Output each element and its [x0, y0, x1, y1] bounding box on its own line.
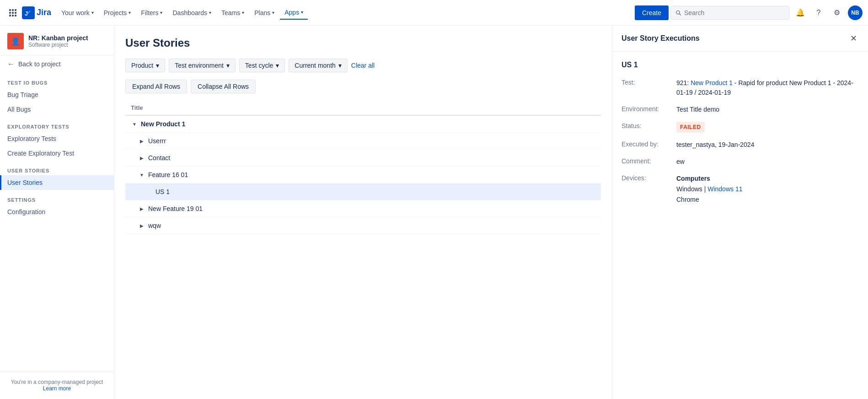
status-badge: FAILED: [676, 122, 705, 133]
sidebar-item-configuration[interactable]: Configuration: [0, 205, 114, 219]
notifications-button[interactable]: 🔔: [793, 5, 808, 20]
clear-all-button[interactable]: Clear all: [351, 62, 375, 69]
tree-row-wqw[interactable]: ▶ wqw: [125, 217, 601, 234]
detail-value-executed-by: tester_nastya, 19-Jan-2024: [676, 140, 859, 150]
svg-rect-8: [15, 15, 16, 16]
nav-teams[interactable]: Teams ▾: [217, 6, 249, 19]
main-layout: 👤 NR: Kanban project Software project ← …: [0, 26, 868, 399]
tree-row-contact[interactable]: ▶ Contact: [125, 150, 601, 166]
logo-text: Jira: [37, 8, 51, 17]
chevron-icon: ▾: [242, 10, 244, 15]
sidebar-item-exploratory-tests[interactable]: Exploratory Tests: [0, 131, 114, 146]
table-row: US 1: [125, 183, 601, 200]
chevron-right-icon: ▶: [138, 137, 145, 145]
nav-apps[interactable]: Apps ▾: [280, 6, 308, 20]
chevron-down-icon: ▼: [138, 171, 145, 178]
table-row: ▶ New Feature 19 01: [125, 200, 601, 217]
detail-label-environment: Environment:: [622, 105, 676, 114]
right-panel-body: US 1 Test: 921: New Product 1 - Rapid fo…: [612, 52, 868, 221]
detail-executed-by: Executed by: tester_nastya, 19-Jan-2024: [622, 140, 859, 150]
chevron-icon: ▾: [209, 10, 211, 15]
tree-row-us-1[interactable]: US 1: [125, 183, 601, 200]
tree-row-new-product-1[interactable]: ▼ New Product 1: [125, 116, 601, 132]
close-button[interactable]: ✕: [848, 33, 859, 44]
table-header-title: Title: [125, 101, 601, 115]
create-button[interactable]: Create: [635, 5, 669, 20]
sidebar-item-create-exploratory-test[interactable]: Create Exploratory Test: [0, 146, 114, 161]
test-link[interactable]: New Product 1: [691, 79, 733, 86]
filter-test-environment[interactable]: Test environment ▾: [169, 59, 236, 72]
detail-comment: Comment: ew: [622, 157, 859, 167]
sidebar-item-user-stories[interactable]: User Stories: [0, 175, 114, 190]
tree-row-new-feature-19-01[interactable]: ▶ New Feature 19 01: [125, 200, 601, 217]
svg-rect-0: [9, 9, 11, 11]
detail-label-comment: Comment:: [622, 157, 676, 167]
svg-rect-1: [12, 9, 14, 11]
jira-logo[interactable]: J Jira: [22, 6, 51, 19]
chevron-icon: ▾: [272, 10, 274, 15]
device-type: Computers: [676, 174, 859, 183]
section-settings: SETTINGS: [0, 190, 114, 205]
collapse-all-button[interactable]: Collapse All Rows: [191, 80, 256, 93]
filter-test-cycle[interactable]: Test cycle ▾: [239, 59, 285, 72]
table-row: ▶ Contact: [125, 150, 601, 167]
help-button[interactable]: ?: [811, 5, 826, 20]
tree-row-userrr[interactable]: ▶ Userrr: [125, 133, 601, 149]
filter-product[interactable]: Product ▾: [125, 59, 165, 72]
detail-status: Status: FAILED: [622, 122, 859, 133]
nav-projects[interactable]: Projects ▾: [99, 6, 136, 19]
svg-rect-2: [15, 9, 16, 11]
sidebar-item-all-bugs[interactable]: All Bugs: [0, 102, 114, 117]
right-panel-header: User Story Executions ✕: [612, 26, 868, 52]
chevron-icon: ▾: [129, 10, 131, 15]
device-browser: Chrome: [676, 195, 859, 205]
chevron-down-icon: ▾: [226, 62, 230, 69]
chevron-right-icon: ▶: [138, 205, 145, 212]
search-box[interactable]: [670, 6, 789, 20]
main-nav: Your work ▾ Projects ▾ Filters ▾ Dashboa…: [57, 6, 633, 20]
table-row: ▶ Userrr: [125, 133, 601, 150]
filters-row: Product ▾ Test environment ▾ Test cycle …: [125, 59, 601, 72]
back-to-project[interactable]: ← Back to project: [0, 55, 114, 73]
nav-plans[interactable]: Plans ▾: [250, 6, 279, 19]
svg-line-12: [679, 13, 681, 15]
table-row: ▼ New Product 1: [125, 115, 601, 133]
chevron-icon: ▾: [160, 10, 162, 15]
section-exploratory-tests: EXPLORATORY TESTS: [0, 117, 114, 131]
chevron-down-icon: ▾: [338, 62, 342, 69]
top-navigation: J Jira Your work ▾ Projects ▾ Filters ▾ …: [0, 0, 868, 26]
chevron-down-icon: ▼: [131, 120, 138, 128]
avatar[interactable]: NB: [848, 5, 863, 20]
detail-value-status: FAILED: [676, 122, 859, 133]
sidebar: 👤 NR: Kanban project Software project ← …: [0, 26, 114, 399]
detail-devices: Devices: Computers Windows | Windows 11 …: [622, 174, 859, 205]
learn-more-link[interactable]: Learn more: [43, 385, 71, 392]
filter-current-month[interactable]: Current month ▾: [289, 59, 347, 72]
grid-icon[interactable]: [5, 5, 20, 20]
chevron-icon: ▾: [301, 10, 303, 15]
settings-button[interactable]: ⚙: [830, 5, 844, 20]
back-icon: ←: [7, 60, 15, 68]
detail-value-environment: Test Title demo: [676, 105, 859, 114]
chevron-icon: ▾: [91, 10, 94, 15]
search-input[interactable]: [684, 9, 784, 16]
detail-label-test: Test:: [622, 78, 676, 97]
nav-dashboards[interactable]: Dashboards ▾: [168, 6, 216, 19]
nav-filters[interactable]: Filters ▾: [136, 6, 167, 19]
detail-test: Test: 921: New Product 1 - Rapid for pro…: [622, 78, 859, 97]
tree-row-feature-16-01[interactable]: ▼ Feature 16 01: [125, 167, 601, 183]
nav-your-work[interactable]: Your work ▾: [57, 6, 98, 19]
chevron-down-icon: ▾: [276, 62, 279, 69]
detail-value-test: 921: New Product 1 - Rapid for product N…: [676, 78, 859, 97]
sidebar-item-bug-triage[interactable]: Bug Triage: [0, 87, 114, 102]
chevron-down-icon: ▾: [156, 62, 159, 69]
device-os: Windows | Windows 11: [676, 184, 859, 194]
svg-rect-6: [9, 15, 11, 16]
actions-row: Expand All Rows Collapse All Rows: [125, 80, 601, 93]
detail-label-status: Status:: [622, 122, 676, 133]
right-panel: User Story Executions ✕ US 1 Test: 921: …: [612, 26, 868, 399]
detail-environment: Environment: Test Title demo: [622, 105, 859, 114]
expand-all-button[interactable]: Expand All Rows: [125, 80, 187, 93]
chevron-right-icon: ▶: [138, 154, 145, 162]
section-test-io-bugs: TEST IO BUGS: [0, 73, 114, 87]
